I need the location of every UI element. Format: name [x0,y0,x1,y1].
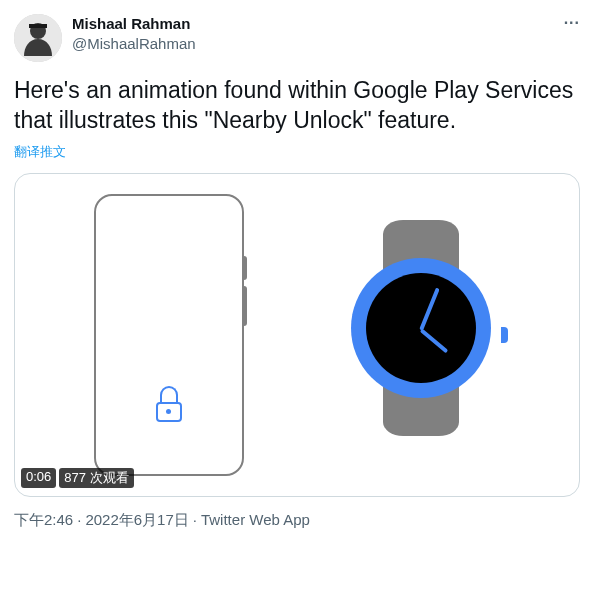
phone-power-button [242,256,247,280]
video-duration-badge: 0:06 [21,468,56,488]
phone-illustration [94,194,244,476]
tweet-meta: 下午2:46·2022年6月17日·Twitter Web App [14,511,580,530]
phone-volume-button [242,286,247,326]
display-name[interactable]: Mishaal Rahman [72,14,196,34]
timestamp-time[interactable]: 下午2:46 [14,511,73,528]
tweet-source[interactable]: Twitter Web App [201,511,310,528]
translate-link[interactable]: 翻译推文 [14,143,66,161]
user-meta: Mishaal Rahman @MishaalRahman [72,14,196,53]
watch-illustration [341,220,501,450]
tweet-text: Here's an animation found within Google … [14,76,580,136]
tweet-header: Mishaal Rahman @MishaalRahman ··· [14,14,580,62]
lock-icon [155,386,183,424]
avatar[interactable] [14,14,62,62]
timestamp-date[interactable]: 2022年6月17日 [85,511,188,528]
avatar-image [14,14,62,62]
video-badges: 0:06 877 次观看 [21,468,134,488]
video-views-badge: 877 次观看 [59,468,133,488]
tweet-container: Mishaal Rahman @MishaalRahman ··· Here's… [14,14,580,530]
more-icon[interactable]: ··· [564,14,580,32]
media-attachment[interactable]: 0:06 877 次观看 [14,173,580,497]
user-handle[interactable]: @MishaalRahman [72,34,196,54]
